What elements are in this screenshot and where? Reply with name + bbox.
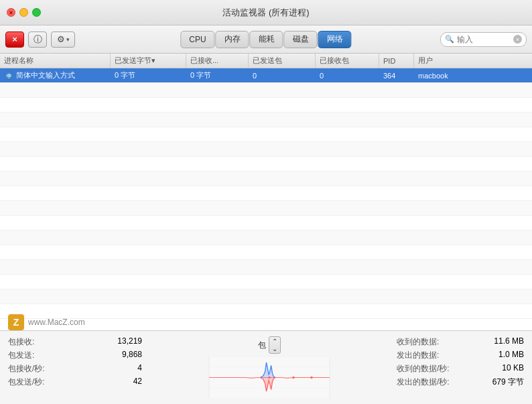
col-header-sent-bytes[interactable]: 已发送字节▾	[111, 54, 186, 68]
chart-header: 包 ⌃⌄	[258, 336, 281, 354]
process-name-cell: 中 简体中文输入方式	[4, 70, 75, 80]
toolbar-left: × ⓘ ⚙ ▾	[5, 31, 75, 48]
cell-name: 中 简体中文输入方式	[0, 68, 111, 82]
network-chart	[149, 356, 390, 399]
chart-unit-label: 包	[258, 340, 266, 351]
table-row	[0, 216, 532, 230]
table-row[interactable]: 中 简体中文输入方式 0 字节 0 字节 0 0 364	[0, 68, 532, 83]
stat-value-sent-dps: 679 字节	[492, 377, 524, 388]
stat-value-recv-packets: 13,219	[117, 336, 142, 348]
table-row	[0, 98, 532, 113]
gear-icon: ⚙	[57, 34, 65, 44]
col-header-name[interactable]: 进程名称	[0, 54, 111, 68]
stat-label-sent-data: 发出的数据:	[397, 350, 439, 361]
col-header-pid[interactable]: PID	[379, 54, 414, 68]
window-controls: ×	[7, 8, 41, 17]
table-row	[0, 157, 532, 172]
cell-recv-packets: 0	[316, 68, 379, 82]
stat-recv-data: 收到的数据: 11.6 MB	[397, 336, 524, 348]
stat-recv-packets-per-sec: 包接收/秒: 4	[8, 363, 142, 375]
stop-process-button[interactable]: ×	[5, 31, 24, 48]
cell-user: macbook	[414, 68, 532, 82]
close-icon: ×	[9, 9, 13, 16]
stop-icon: ×	[12, 35, 17, 44]
info-icon: ⓘ	[34, 33, 42, 46]
table-row	[0, 83, 532, 98]
col-header-sent-packets[interactable]: 已发送包	[249, 54, 316, 68]
cell-recv-bytes: 0 字节	[186, 68, 249, 82]
cell-pid: 364	[379, 68, 414, 82]
table-row	[0, 289, 532, 304]
stat-sent-packets: 包发送: 9,868	[8, 350, 142, 361]
table-header: 进程名称 已发送字节▾ 已接收... 已发送包 已接收包 PID 用户	[0, 54, 532, 68]
table-row	[0, 113, 532, 127]
col-header-recv-bytes[interactable]: 已接收...	[186, 54, 249, 68]
process-icon: 中	[4, 71, 13, 80]
stat-value-sent-data: 1.0 MB	[498, 350, 524, 361]
stat-value-recv-dps: 10 KB	[502, 363, 524, 375]
table-row	[0, 245, 532, 260]
table-row	[0, 142, 532, 157]
stat-sent-data: 发出的数据: 1.0 MB	[397, 350, 524, 361]
stat-label-recv-pps: 包接收/秒:	[8, 363, 45, 375]
stat-recv-packets: 包接收: 13,219	[8, 336, 142, 348]
svg-point-7	[292, 377, 295, 379]
svg-point-8	[310, 377, 313, 379]
table-row	[0, 201, 532, 216]
table-row	[0, 172, 532, 186]
col-header-recv-packets[interactable]: 已接收包	[316, 54, 379, 68]
table-row	[0, 275, 532, 289]
tab-disk[interactable]: 磁盘	[284, 31, 318, 48]
stat-value-sent-packets: 9,868	[122, 350, 142, 361]
info-button[interactable]: ⓘ	[28, 31, 47, 48]
minimize-button[interactable]	[19, 8, 28, 17]
tab-memory[interactable]: 内存	[216, 31, 249, 48]
table-row	[0, 304, 532, 319]
stat-value-recv-pps: 4	[137, 363, 142, 375]
table-row	[0, 186, 532, 201]
stats-left: 包接收: 13,219 包发送: 9,868 包接收/秒: 4 包发送/秒: 4…	[8, 336, 142, 399]
stat-label-recv-data: 收到的数据:	[397, 336, 439, 348]
stat-sent-data-per-sec: 发出的数据/秒: 679 字节	[397, 377, 524, 388]
search-input[interactable]	[457, 35, 511, 44]
stat-label-recv-dps: 收到的数据/秒:	[397, 363, 450, 375]
table-row	[0, 127, 532, 142]
search-box: 🔍 ×	[440, 32, 527, 47]
stat-label-recv-packets: 包接收:	[8, 336, 34, 348]
svg-text:中: 中	[7, 73, 11, 78]
col-header-user[interactable]: 用户	[414, 54, 532, 68]
chart-area: 包 ⌃⌄	[149, 336, 390, 399]
chart-unit-selector[interactable]: ⌃⌄	[269, 336, 281, 354]
search-icon: 🔍	[445, 35, 454, 44]
close-button[interactable]: ×	[7, 8, 15, 17]
search-clear-button[interactable]: ×	[513, 35, 522, 44]
stat-label-sent-pps: 包发送/秒:	[8, 377, 45, 388]
table-row	[0, 260, 532, 275]
table-row	[0, 230, 532, 245]
stat-recv-data-per-sec: 收到的数据/秒: 10 KB	[397, 363, 524, 375]
cell-sent-bytes: 0 字节	[111, 68, 186, 82]
stat-value-sent-pps: 42	[133, 377, 142, 388]
stat-value-recv-data: 11.6 MB	[494, 336, 524, 348]
stat-label-sent-dps: 发出的数据/秒:	[397, 377, 450, 388]
bottom-panel: 包接收: 13,219 包发送: 9,868 包接收/秒: 4 包发送/秒: 4…	[0, 330, 532, 404]
tab-bar: CPU 内存 能耗 磁盘 网络	[180, 31, 351, 48]
stat-label-sent-packets: 包发送:	[8, 350, 34, 361]
titlebar: × 活动监视器 (所有进程)	[0, 0, 532, 25]
tab-network[interactable]: 网络	[318, 31, 352, 48]
tab-energy[interactable]: 能耗	[250, 31, 283, 48]
gear-button[interactable]: ⚙ ▾	[51, 31, 75, 48]
cell-sent-packets: 0	[249, 68, 316, 82]
tab-cpu[interactable]: CPU	[180, 31, 214, 48]
toolbar: × ⓘ ⚙ ▾ CPU 内存 能耗 磁盘 网络 🔍 ×	[0, 25, 532, 54]
window-title: 活动监视器 (所有进程)	[222, 7, 309, 19]
stats-right: 收到的数据: 11.6 MB 发出的数据: 1.0 MB 收到的数据/秒: 10…	[397, 336, 524, 399]
stat-sent-packets-per-sec: 包发送/秒: 42	[8, 377, 142, 388]
gear-dropdown-icon: ▾	[66, 36, 70, 43]
maximize-button[interactable]	[32, 8, 41, 17]
